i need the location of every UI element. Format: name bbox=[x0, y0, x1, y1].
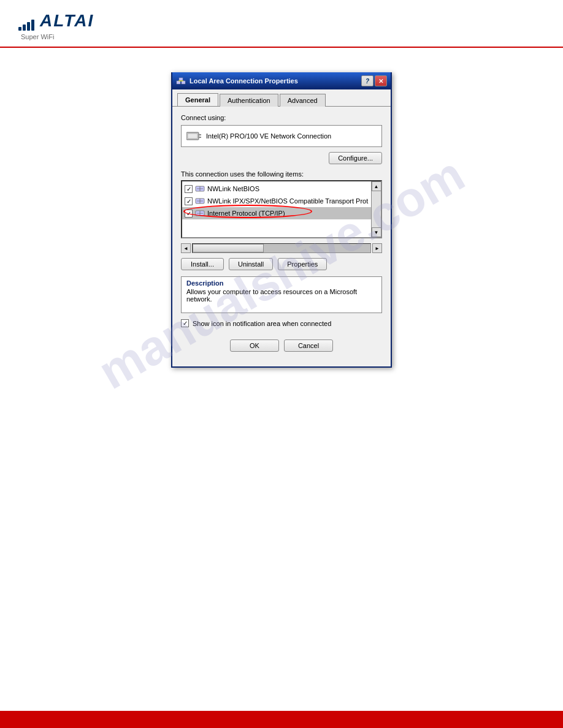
title-bar: Local Area Connection Properties ? ✕ bbox=[172, 72, 391, 89]
wifi-bar-4 bbox=[31, 20, 34, 31]
page-header: ALTAI Super WiFi bbox=[0, 0, 563, 48]
list-item-tcpip[interactable]: ✓ Internet Protocol (TCP/IP) bbox=[182, 207, 381, 219]
logo-container: ALTAI Super WiFi bbox=[18, 11, 94, 40]
svg-rect-7 bbox=[188, 134, 197, 138]
item-checkbox-1[interactable]: ✓ bbox=[185, 185, 193, 193]
description-group: Description Allows your computer to acce… bbox=[181, 276, 382, 313]
configure-button[interactable]: Configure... bbox=[329, 152, 382, 164]
properties-button[interactable]: Properties bbox=[278, 258, 327, 270]
tab-authentication[interactable]: Authentication bbox=[220, 94, 278, 107]
svg-rect-2 bbox=[179, 78, 183, 80]
dialog-tabs: General Authentication Advanced bbox=[172, 89, 391, 106]
help-button[interactable]: ? bbox=[361, 75, 373, 86]
show-icon-row: ✓ Show icon in notification area when co… bbox=[181, 319, 382, 327]
wifi-bars-icon bbox=[18, 20, 34, 31]
adapter-box: Intel(R) PRO/100 VE Network Connection bbox=[181, 125, 382, 147]
main-content: Local Area Connection Properties ? ✕ Gen… bbox=[0, 48, 563, 368]
item-text-1: NWLink NetBIOS bbox=[207, 185, 259, 192]
wifi-bar-1 bbox=[18, 27, 21, 31]
title-bar-left: Local Area Connection Properties bbox=[176, 76, 298, 86]
action-buttons: Install... Uninstall Properties bbox=[181, 258, 382, 270]
dialog-window: Local Area Connection Properties ? ✕ Gen… bbox=[171, 72, 392, 368]
dialog-footer: OK Cancel bbox=[181, 336, 382, 359]
adapter-icon bbox=[186, 130, 201, 142]
h-scroll-thumb bbox=[193, 244, 264, 252]
show-icon-checkbox[interactable]: ✓ bbox=[181, 319, 189, 327]
list-item[interactable]: ✓ NWLink IPX/SPX/NetBIOS Compatible Tran… bbox=[182, 195, 381, 207]
item-checkbox-2[interactable]: ✓ bbox=[185, 197, 193, 205]
item-text-2: NWLink IPX/SPX/NetBIOS Compatible Transp… bbox=[207, 197, 368, 205]
nwlink-ipx-icon bbox=[195, 196, 205, 206]
tab-general[interactable]: General bbox=[177, 93, 218, 106]
tab-advanced[interactable]: Advanced bbox=[280, 94, 326, 107]
scroll-left-arrow[interactable]: ◄ bbox=[181, 243, 191, 253]
logo-area: ALTAI Super WiFi bbox=[18, 11, 545, 40]
list-item[interactable]: ✓ NWLink NetBIOS bbox=[182, 183, 381, 195]
configure-row: Configure... bbox=[181, 152, 382, 164]
items-list[interactable]: ✓ NWLink NetBIOS bbox=[181, 180, 382, 238]
svg-rect-9 bbox=[199, 137, 201, 138]
items-label: This connection uses the following items… bbox=[181, 170, 382, 178]
close-button[interactable]: ✕ bbox=[375, 75, 387, 86]
scroll-up-arrow[interactable]: ▲ bbox=[372, 181, 381, 191]
h-scrollbar[interactable]: ◄ ► bbox=[181, 243, 382, 253]
h-scroll-track[interactable] bbox=[192, 243, 371, 253]
nwlink-netbios-icon bbox=[195, 184, 205, 194]
dialog-title: Local Area Connection Properties bbox=[190, 77, 298, 85]
item-checkbox-3[interactable]: ✓ bbox=[185, 210, 193, 218]
install-button[interactable]: Install... bbox=[181, 258, 224, 270]
description-text: Allows your computer to access resources… bbox=[182, 288, 381, 313]
ok-button[interactable]: OK bbox=[230, 339, 279, 352]
wifi-bar-2 bbox=[23, 25, 26, 31]
brand-name: ALTAI bbox=[40, 11, 94, 31]
brand-tagline: Super WiFi bbox=[21, 33, 94, 40]
svg-rect-0 bbox=[177, 81, 180, 84]
footer-bar bbox=[0, 711, 563, 728]
dialog-body: Connect using: Intel(R) PRO/100 VE Netwo… bbox=[172, 106, 391, 366]
items-list-inner: ✓ NWLink NetBIOS bbox=[182, 181, 381, 221]
svg-rect-1 bbox=[182, 81, 185, 84]
cancel-button[interactable]: Cancel bbox=[284, 339, 333, 352]
connect-using-label: Connect using: bbox=[181, 114, 382, 121]
list-scrollbar[interactable]: ▲ ▼ bbox=[371, 181, 381, 237]
svg-rect-8 bbox=[199, 134, 201, 135]
title-bar-buttons: ? ✕ bbox=[361, 75, 387, 86]
description-title: Description bbox=[182, 277, 381, 288]
dialog-icon bbox=[176, 76, 186, 86]
item-text-3: Internet Protocol (TCP/IP) bbox=[207, 210, 285, 217]
tcpip-icon bbox=[195, 208, 205, 218]
items-list-container: ✓ NWLink NetBIOS bbox=[181, 180, 382, 253]
adapter-name: Intel(R) PRO/100 VE Network Connection bbox=[206, 132, 331, 140]
scroll-down-arrow[interactable]: ▼ bbox=[372, 227, 381, 237]
wifi-bar-3 bbox=[27, 22, 30, 31]
scroll-right-arrow[interactable]: ► bbox=[372, 243, 382, 253]
logo-brand: ALTAI bbox=[18, 11, 94, 31]
show-icon-label: Show icon in notification area when conn… bbox=[193, 320, 331, 327]
uninstall-button[interactable]: Uninstall bbox=[229, 258, 273, 270]
